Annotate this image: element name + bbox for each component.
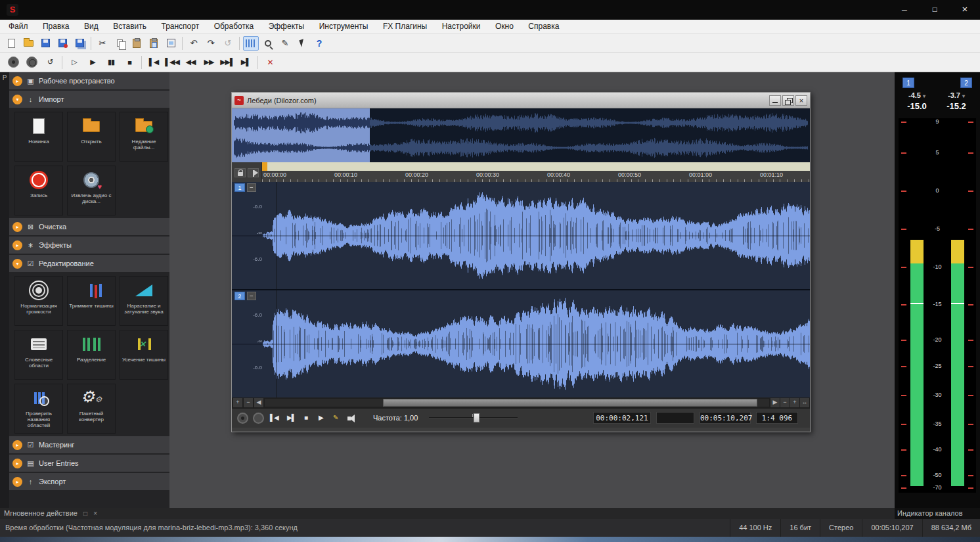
lock-button[interactable] <box>234 168 246 177</box>
overview-waveform[interactable] <box>232 108 810 162</box>
doc-go-to-start-button[interactable]: ▌◀ <box>270 414 278 421</box>
status-size[interactable]: 88 634,2 Мб <box>922 519 980 537</box>
help-button[interactable]: ? <box>311 36 327 51</box>
doc-restore-button[interactable] <box>782 95 794 106</box>
menu-help[interactable]: Справка <box>522 20 565 34</box>
pause-button[interactable]: ▮▮ <box>102 55 120 70</box>
sidebar-section-import[interactable]: ▾ ↓ Импорт <box>9 91 169 108</box>
tile-trim-silence[interactable]: Тримминг тишины <box>67 276 116 326</box>
scrollbar-thumb[interactable] <box>383 399 757 407</box>
save-all-button[interactable] <box>72 36 87 51</box>
pencil-tool-button[interactable]: ✎ <box>277 36 293 51</box>
rewind-button[interactable]: ◀◀ <box>182 55 199 70</box>
play-all-button[interactable]: ▷ <box>66 55 83 70</box>
zoom-out-button[interactable]: − <box>244 398 253 407</box>
doc-record-button[interactable] <box>253 413 264 424</box>
sidebar-section-cleanup[interactable]: ▸ ⊠ Очистка <box>9 218 169 235</box>
sidebar-section-editing[interactable]: ▾ ☑ Редактирование <box>9 255 169 272</box>
channel2-minimize-button[interactable]: − <box>247 292 256 300</box>
undo-button[interactable]: ↶ <box>186 36 202 51</box>
tile-new-file[interactable]: Новинка <box>14 112 63 162</box>
total-time-field[interactable]: 00:05:10,207 <box>700 412 751 424</box>
meter-peak-left[interactable]: -4.5 ▾ <box>900 91 934 99</box>
tile-open[interactable]: Открыть <box>67 112 116 162</box>
doc-play-button[interactable]: ▶ <box>319 414 323 421</box>
meter-peak-right[interactable]: -3.7 ▾ <box>939 91 973 99</box>
copy-button[interactable] <box>112 36 127 51</box>
forward-button[interactable]: ▶▶ <box>200 55 217 70</box>
menu-tools[interactable]: Инструменты <box>313 20 374 34</box>
document-resize-edge[interactable] <box>232 428 810 432</box>
sidebar-edge-tab[interactable]: Р <box>0 72 9 508</box>
time-ruler[interactable]: 00:00:00 00:00:10 00:00:20 00:00:30 00:0… <box>262 171 810 182</box>
record-button[interactable] <box>23 55 40 70</box>
channel1-waveform[interactable] <box>232 182 810 289</box>
zoom-in-time-button[interactable]: + <box>790 398 799 407</box>
cut-button[interactable]: ✂ <box>95 36 110 51</box>
status-length[interactable]: 00:05:10,207 <box>862 519 922 537</box>
save-button[interactable] <box>37 36 53 51</box>
menu-fx-plugins[interactable]: FX Плагины <box>377 20 433 34</box>
playback-rate-slider[interactable] <box>429 417 518 419</box>
scroll-left-button[interactable]: ◀ <box>254 398 263 407</box>
marker-button[interactable] <box>248 168 259 177</box>
save-as-button[interactable] <box>55 36 70 51</box>
status-channels[interactable]: Стерео <box>820 519 862 537</box>
next-marker-button[interactable]: ▶▶▌ <box>219 55 236 70</box>
menu-transport[interactable]: Транспорт <box>155 20 205 34</box>
menu-process[interactable]: Обработка <box>208 20 260 34</box>
window-maximize-button[interactable]: □ <box>920 0 950 20</box>
menu-options[interactable]: Настройки <box>436 20 487 34</box>
status-sample-rate[interactable]: 44 100 Hz <box>730 519 780 537</box>
playback-cursor[interactable] <box>276 182 277 397</box>
document-title-bar[interactable]: ~ Лебеди (Dilozor.com) × <box>232 93 810 108</box>
scrollbar-track[interactable] <box>265 399 769 407</box>
meter-tab-1[interactable]: 1 <box>902 78 914 88</box>
stop-button[interactable]: ■ <box>121 55 138 70</box>
overview-bar[interactable] <box>232 108 810 162</box>
trim-button[interactable] <box>163 36 179 51</box>
tile-batch-converter[interactable]: ⚙ Пакетный конвертер <box>67 384 116 434</box>
doc-pencil-button[interactable]: ✎ <box>333 414 338 421</box>
window-close-button[interactable]: × <box>950 0 980 20</box>
channel2-waveform[interactable] <box>232 290 810 397</box>
menu-file[interactable]: Файл <box>3 20 34 34</box>
menu-edit[interactable]: Правка <box>37 20 76 34</box>
loop-playback-button[interactable]: ↺ <box>41 55 58 70</box>
zoom-ratio-field[interactable]: 1:4 096 <box>756 412 798 424</box>
zoom-in-button[interactable]: + <box>233 398 242 407</box>
window-minimize-button[interactable]: – <box>889 0 920 20</box>
waveform-display-button[interactable] <box>243 36 259 51</box>
status-bit-depth[interactable]: 16 бит <box>780 519 820 537</box>
sidebar-section-mastering[interactable]: ▸ ☑ Мастеринг <box>9 436 169 453</box>
menu-insert[interactable]: Вставить <box>107 20 152 34</box>
tile-split[interactable]: Разделение <box>67 330 116 380</box>
doc-minimize-button[interactable] <box>769 95 781 106</box>
tile-word-regions[interactable]: Словесные области <box>14 330 63 380</box>
tile-normalize[interactable]: Нормализация громкости <box>14 276 63 326</box>
pane-close-button[interactable]: × <box>93 508 97 519</box>
doc-stop-button[interactable]: ■ <box>304 414 307 421</box>
tile-extract-cd[interactable]: Извлечь аудио с диска... <box>67 166 116 215</box>
redo-button[interactable]: ↷ <box>203 36 219 51</box>
fit-view-button[interactable]: ↔ <box>800 398 809 407</box>
tile-truncate-silence[interactable]: Усечение тишины <box>120 330 168 380</box>
open-button[interactable] <box>20 36 36 51</box>
remote-record-button[interactable] <box>5 55 22 70</box>
tile-check-region-names[interactable]: Проверить названия областей <box>14 384 63 434</box>
tile-fade[interactable]: Нарастание и затухание звука <box>120 276 168 326</box>
monitor-speaker-button[interactable] <box>347 415 357 422</box>
zoom-tool-button[interactable] <box>260 36 276 51</box>
channel1-tab[interactable]: 1 <box>234 183 245 192</box>
prev-marker-button[interactable]: ▌◀◀ <box>164 55 181 70</box>
menu-effects[interactable]: Эффекты <box>263 20 311 34</box>
doc-close-button[interactable]: × <box>795 95 807 106</box>
tile-recent-files[interactable]: Недавние файлы... <box>120 112 168 162</box>
sidebar-section-user-entries[interactable]: ▸ ▤ User Entries <box>9 455 169 472</box>
slider-thumb[interactable] <box>474 413 479 422</box>
menu-window[interactable]: Окно <box>489 20 520 34</box>
meter-tab-2[interactable]: 2 <box>960 78 972 88</box>
menu-view[interactable]: Вид <box>78 20 104 34</box>
paste-button[interactable] <box>129 36 145 51</box>
sidebar-section-export[interactable]: ▸ ↑ Экспорт <box>9 473 169 490</box>
